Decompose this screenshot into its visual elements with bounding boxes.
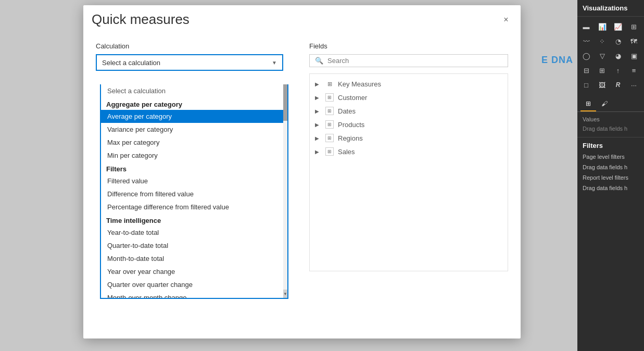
- field-item-dates[interactable]: ▶ ⊞ Dates: [310, 104, 508, 118]
- dialog-title: Quick measures: [92, 11, 190, 28]
- tab-fields[interactable]: ⊞: [580, 97, 596, 111]
- field-name: Customer: [338, 94, 367, 102]
- filters-title: Filters: [583, 142, 639, 149]
- field-name: Key Measures: [338, 80, 381, 88]
- viz-icon-slicer[interactable]: ≡: [627, 64, 641, 77]
- viz-icon-area[interactable]: ⊞: [627, 20, 641, 33]
- field-item-regions[interactable]: ▶ ⊞ Regions: [310, 131, 508, 145]
- scroll-down-arrow[interactable]: ▼: [283, 290, 287, 298]
- dropdown-option-filtered-value[interactable]: Filtered value: [101, 174, 287, 187]
- field-name: Sales: [338, 148, 355, 156]
- field-item-products[interactable]: ▶ ⊞ Products: [310, 118, 508, 131]
- viz-tabs: ⊞ 🖌: [577, 95, 644, 112]
- values-label: Values: [583, 116, 639, 122]
- viz-icon-image[interactable]: 🖼: [596, 78, 609, 92]
- dropdown-scroll-container: Select a calculation Aggregate per categ…: [101, 84, 287, 298]
- dropdown-scroll[interactable]: Select a calculation Aggregate per categ…: [101, 84, 287, 298]
- calculation-dropdown-menu: Select a calculation Aggregate per categ…: [100, 84, 288, 299]
- dropdown-selected-value: Select a calculation: [102, 59, 160, 67]
- report-level-filters: Report level filters: [583, 174, 639, 181]
- dropdown-option-qoq[interactable]: Quarter over quarter change: [101, 278, 287, 291]
- table-icon: ⊞: [325, 93, 334, 102]
- viz-icon-card[interactable]: ▣: [627, 49, 641, 62]
- expand-icon: ▶: [315, 95, 321, 101]
- dropdown-category-filters: Filters: [101, 162, 287, 174]
- dropdown-option-qtd[interactable]: Quarter-to-date total: [101, 239, 287, 252]
- scrollbar-track: [283, 84, 287, 298]
- dropdown-option-pct-difference-filtered[interactable]: Percentage difference from filtered valu…: [101, 200, 287, 214]
- viz-icon-kpi[interactable]: ↑: [611, 64, 625, 77]
- viz-header: Visualizations: [577, 0, 644, 17]
- dropdown-option-placeholder[interactable]: Select a calculation: [101, 84, 287, 97]
- dropdown-category-aggregate: Aggregate per category: [101, 97, 287, 110]
- field-item-sales[interactable]: ▶ ⊞ Sales: [310, 145, 508, 158]
- calculation-label: Calculation: [96, 42, 294, 50]
- close-button[interactable]: ×: [500, 14, 512, 26]
- viz-icon-table[interactable]: ⊟: [579, 64, 593, 77]
- viz-icon-map[interactable]: 🗺: [627, 34, 641, 48]
- scrollbar-thumb[interactable]: [283, 84, 287, 121]
- expand-icon: ▶: [315, 135, 321, 141]
- viz-icon-pie[interactable]: ◔: [611, 34, 625, 48]
- dropdown-option-max-per-category[interactable]: Max per category: [101, 136, 287, 149]
- field-name: Dates: [338, 107, 356, 115]
- field-item-key-measures[interactable]: ▶ ⊞ Key Measures: [310, 77, 508, 91]
- viz-icon-matrix[interactable]: ⊞: [596, 64, 609, 77]
- dropdown-arrow-icon: ▼: [272, 60, 277, 66]
- viz-icon-scatter[interactable]: ⁘: [596, 34, 609, 48]
- viz-icon-donut[interactable]: ◯: [579, 49, 593, 62]
- bg-dna-text: E DNA: [541, 55, 573, 66]
- calculation-dropdown[interactable]: Select a calculation ▼: [96, 54, 283, 71]
- drag-report-filters: Drag data fields h: [583, 184, 639, 192]
- viz-icon-shape[interactable]: □: [579, 78, 593, 92]
- table-icon: ⊞: [325, 120, 334, 129]
- measure-icon: ⊞: [325, 80, 334, 88]
- dropdown-option-mtd[interactable]: Month-to-date total: [101, 252, 287, 265]
- viz-icon-ribbon[interactable]: 〰: [579, 34, 593, 48]
- expand-icon: ▶: [315, 81, 321, 87]
- dropdown-option-min-per-category[interactable]: Min per category: [101, 149, 287, 162]
- table-icon: ⊞: [325, 134, 334, 142]
- dropdown-option-difference-filtered[interactable]: Difference from filtered value: [101, 187, 287, 200]
- dropdown-option-mom[interactable]: Month-over-month change: [101, 291, 287, 298]
- drag-fields-values: Drag data fields h: [583, 124, 639, 133]
- dropdown-option-variance-per-category[interactable]: Variance per category: [101, 123, 287, 136]
- search-icon: 🔍: [315, 57, 323, 65]
- tab-format[interactable]: 🖌: [596, 97, 613, 111]
- viz-icon-gauge[interactable]: ◕: [611, 49, 625, 62]
- viz-icon-line[interactable]: 📈: [611, 20, 625, 33]
- viz-icons-grid: ▬ 📊 📈 ⊞ 〰 ⁘ ◔ 🗺 ◯ ▽ ◕ ▣ ⊟ ⊞ ↑ ≡ □ 🖼 R ··…: [577, 17, 644, 95]
- dropdown-option-ytd[interactable]: Year-to-date total: [101, 226, 287, 239]
- field-name: Products: [338, 121, 364, 129]
- fields-list: ▶ ⊞ Key Measures ▶ ⊞ Customer ▶ ⊞ Dates …: [309, 73, 508, 271]
- dropdown-category-time-intelligence: Time intelligence: [101, 214, 287, 226]
- viz-icon-more[interactable]: ···: [627, 78, 641, 92]
- expand-icon: ▶: [315, 149, 321, 155]
- expand-icon: ▶: [315, 108, 321, 114]
- fields-column: Fields 🔍 ▶ ⊞ Key Measures ▶ ⊞ Customer: [309, 42, 508, 271]
- field-item-customer[interactable]: ▶ ⊞ Customer: [310, 91, 508, 104]
- table-icon: ⊞: [325, 107, 334, 115]
- page-level-filters: Page level filters: [583, 154, 639, 160]
- dropdown-option-average-per-category[interactable]: Average per category: [101, 110, 287, 123]
- expand-icon: ▶: [315, 122, 321, 128]
- viz-icon-funnel[interactable]: ▽: [596, 49, 609, 62]
- right-panel: Visualizations ▬ 📊 📈 ⊞ 〰 ⁘ ◔ 🗺 ◯ ▽ ◕ ▣ ⊟…: [577, 0, 644, 351]
- dialog-titlebar: Quick measures ×: [83, 5, 521, 32]
- viz-icon-r[interactable]: R: [611, 78, 625, 92]
- drag-page-filters: Drag data fields h: [583, 163, 639, 171]
- table-icon: ⊞: [325, 147, 334, 156]
- filters-section: Filters Page level filters Drag data fie…: [577, 137, 644, 199]
- viz-icon-bar[interactable]: ▬: [579, 20, 593, 33]
- search-box: 🔍: [309, 54, 508, 67]
- values-section: Values Drag data fields h: [577, 112, 644, 137]
- field-name: Regions: [338, 134, 363, 142]
- viz-icon-column[interactable]: 📊: [596, 20, 609, 33]
- search-input[interactable]: [327, 57, 502, 65]
- fields-label: Fields: [309, 42, 508, 50]
- dropdown-option-yoy[interactable]: Year over year change: [101, 265, 287, 278]
